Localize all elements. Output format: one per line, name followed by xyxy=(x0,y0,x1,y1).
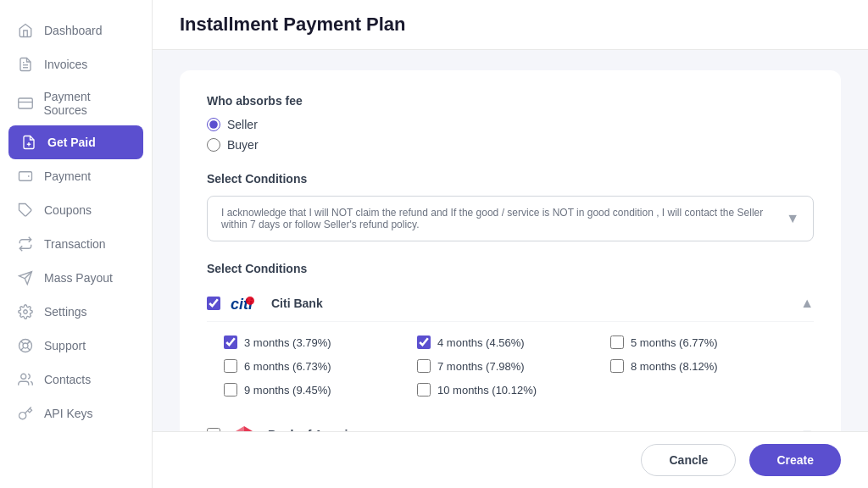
arrows-icon xyxy=(17,236,34,252)
citi-bank-checkbox[interactable] xyxy=(207,297,220,310)
checkbox-5mo[interactable] xyxy=(610,336,624,349)
svg-point-20 xyxy=(246,297,254,305)
form-card: Who absorbs fee Seller Buyer Select Cond… xyxy=(180,70,841,431)
key-icon xyxy=(17,405,34,422)
conditions-dropdown[interactable]: I acknowledge that I will NOT claim the … xyxy=(207,196,814,241)
buyer-radio-label[interactable]: Buyer xyxy=(207,138,814,152)
main-area: Installment Payment Plan Who absorbs fee… xyxy=(153,0,868,488)
file-text-icon xyxy=(17,56,34,73)
svg-point-10 xyxy=(24,310,28,314)
citi-bank-name: Citi Bank xyxy=(271,297,323,310)
sidebar-item-payment[interactable]: Payment xyxy=(0,159,152,193)
sidebar-item-payment-sources[interactable]: Payment Sources xyxy=(0,81,152,125)
bank-header-citi[interactable]: citi Citi Bank ▲ xyxy=(207,286,814,322)
sidebar: Dashboard Invoices Payment Sources Get P… xyxy=(0,0,153,488)
cancel-button[interactable]: Cancle xyxy=(641,444,736,476)
installment-7mo[interactable]: 7 months (7.98%) xyxy=(417,359,604,373)
sidebar-item-get-paid[interactable]: Get Paid xyxy=(8,125,143,159)
citi-logo: citi xyxy=(231,294,261,313)
form-footer: Cancle Create xyxy=(153,431,868,488)
installment-4mo[interactable]: 4 months (4.56%) xyxy=(417,336,604,349)
seller-radio[interactable] xyxy=(207,118,220,131)
sidebar-item-contacts[interactable]: Contacts xyxy=(0,363,152,396)
dropdown-placeholder-text: I acknowledge that I will NOT claim the … xyxy=(221,207,786,230)
wallet-icon xyxy=(17,168,34,185)
svg-line-16 xyxy=(27,341,30,344)
home-icon xyxy=(17,22,34,39)
checkbox-10mo[interactable] xyxy=(417,383,431,396)
sidebar-item-invoices[interactable]: Invoices xyxy=(0,47,152,81)
installment-3mo[interactable]: 3 months (3.79%) xyxy=(224,336,410,349)
sidebar-item-transaction[interactable]: Transaction xyxy=(0,227,152,261)
svg-line-17 xyxy=(21,347,24,350)
svg-point-12 xyxy=(23,343,28,348)
checkbox-7mo[interactable] xyxy=(417,359,431,373)
chevron-down-icon: ▼ xyxy=(786,211,799,226)
installment-10mo[interactable]: 10 months (10.12%) xyxy=(417,383,604,396)
svg-rect-2 xyxy=(18,98,32,108)
sidebar-item-coupons[interactable]: Coupons xyxy=(0,193,152,227)
citi-installment-grid: 3 months (3.79%) 4 months (4.56%) 5 mont… xyxy=(207,322,814,410)
sidebar-item-dashboard[interactable]: Dashboard xyxy=(0,14,152,47)
svg-rect-6 xyxy=(19,172,32,181)
page-header: Installment Payment Plan xyxy=(153,0,868,50)
select-conditions-label-2: Select Conditions xyxy=(207,262,814,275)
svg-line-13 xyxy=(21,341,24,344)
citi-chevron-up-icon: ▲ xyxy=(800,296,814,311)
main-content: Who absorbs fee Seller Buyer Select Cond… xyxy=(153,50,868,431)
sidebar-item-api-keys[interactable]: API Keys xyxy=(0,396,152,430)
seller-radio-label[interactable]: Seller xyxy=(207,118,814,131)
credit-card-icon xyxy=(17,95,33,112)
page-title: Installment Payment Plan xyxy=(180,14,841,36)
absorbs-fee-group: Seller Buyer xyxy=(207,118,814,152)
select-conditions-label-1: Select Conditions xyxy=(207,172,814,186)
bank-section-citi: citi Citi Bank ▲ 3 months (3.79%) xyxy=(207,286,814,410)
support-icon xyxy=(17,337,34,354)
get-paid-icon xyxy=(20,134,37,151)
citi-logo-svg: citi xyxy=(231,294,261,313)
seller-label: Seller xyxy=(227,118,258,131)
installment-9mo[interactable]: 9 months (9.45%) xyxy=(224,383,410,396)
bank-section-bofa: Bank of America ▼ xyxy=(207,417,814,431)
installment-8mo[interactable]: 8 months (8.12%) xyxy=(610,359,797,373)
create-button[interactable]: Create xyxy=(749,444,841,476)
sidebar-item-settings[interactable]: Settings xyxy=(0,295,152,329)
buyer-radio[interactable] xyxy=(207,138,220,152)
gear-icon xyxy=(17,303,34,320)
checkbox-4mo[interactable] xyxy=(417,336,431,349)
checkbox-9mo[interactable] xyxy=(224,383,237,396)
checkbox-6mo[interactable] xyxy=(224,359,237,373)
checkbox-8mo[interactable] xyxy=(610,359,624,373)
checkbox-3mo[interactable] xyxy=(224,336,237,349)
svg-point-18 xyxy=(21,374,26,379)
sidebar-item-support[interactable]: Support xyxy=(0,329,152,363)
tag-icon xyxy=(17,202,34,219)
installment-5mo[interactable]: 5 months (6.77%) xyxy=(610,336,797,349)
who-absorbs-fee-label: Who absorbs fee xyxy=(207,94,814,108)
sidebar-item-mass-payout[interactable]: Mass Payout xyxy=(0,261,152,295)
contacts-icon xyxy=(17,371,34,388)
svg-line-14 xyxy=(27,347,30,350)
buyer-label: Buyer xyxy=(227,138,259,152)
bank-header-bofa[interactable]: Bank of America ▼ xyxy=(207,417,814,431)
send-icon xyxy=(17,269,34,286)
installment-6mo[interactable]: 6 months (6.73%) xyxy=(224,359,410,373)
bofa-logo-svg xyxy=(231,425,258,431)
